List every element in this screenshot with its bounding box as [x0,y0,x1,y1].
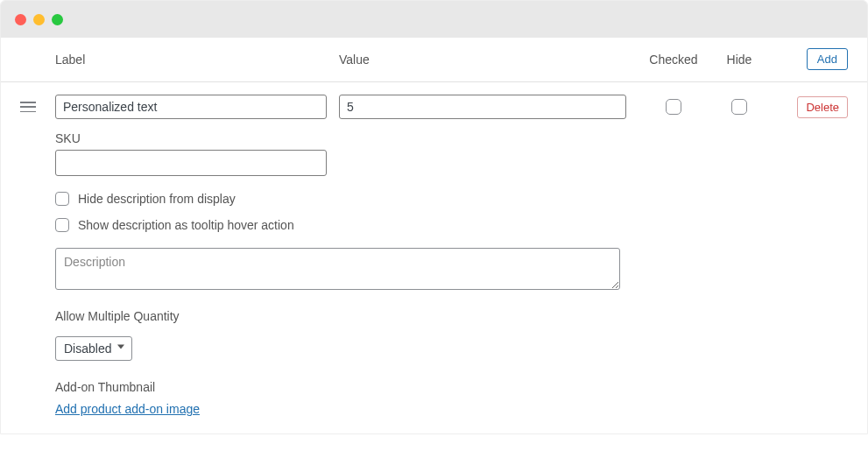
window-maximize-icon[interactable] [52,14,63,25]
header-checked: Checked [639,53,709,67]
description-textarea[interactable] [55,248,620,290]
delete-button[interactable]: Delete [797,96,848,118]
tooltip-description-checkbox[interactable] [55,218,69,232]
header-value: Value [339,53,639,67]
drag-handle-icon[interactable] [20,102,55,112]
multiple-quantity-select[interactable]: Disabled [55,336,132,361]
add-button[interactable]: Add [807,48,848,70]
hide-description-option[interactable]: Hide description from display [55,192,848,206]
product-addon-panel: Label Value Checked Hide Add Delete SKU … [0,0,868,434]
hide-description-checkbox[interactable] [55,192,69,206]
window-close-icon[interactable] [15,14,26,25]
add-thumbnail-link[interactable]: Add product add-on image [55,402,200,416]
option-row: Delete [1,82,867,128]
tooltip-description-label: Show description as tooltip hover action [78,218,294,232]
tooltip-description-option[interactable]: Show description as tooltip hover action [55,218,848,232]
hide-checkbox[interactable] [731,99,747,115]
column-headers: Label Value Checked Hide Add [1,38,867,82]
label-input[interactable] [55,95,327,119]
window-titlebar [1,1,867,38]
header-label: Label [55,53,339,67]
option-details: SKU Hide description from display Show d… [1,128,867,433]
sku-input[interactable] [55,150,327,176]
window-minimize-icon[interactable] [33,14,45,25]
checked-checkbox[interactable] [666,99,681,115]
value-input[interactable] [339,95,626,119]
thumbnail-label: Add-on Thumbnail [55,380,848,394]
hide-description-label: Hide description from display [78,192,236,206]
sku-label: SKU [55,131,848,145]
multiple-quantity-label: Allow Multiple Quantity [55,309,848,323]
header-hide: Hide [709,53,770,67]
